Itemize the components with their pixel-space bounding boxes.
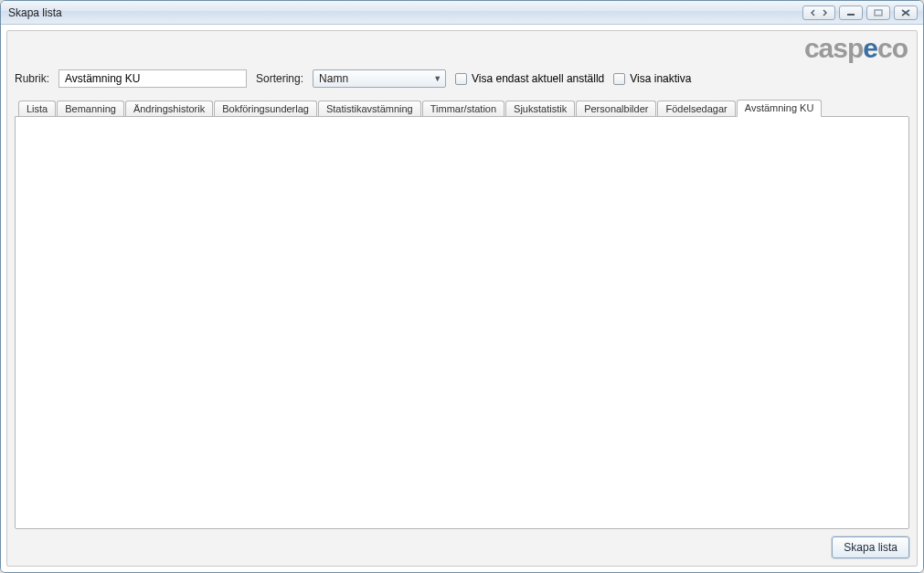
checkbox-icon [613, 73, 625, 85]
tab-statistikavst-mning[interactable]: Statistikavstämning [318, 101, 421, 117]
svg-rect-1 [875, 10, 882, 16]
chevron-down-icon: ▼ [433, 74, 441, 83]
tab-avst-mning-ku[interactable]: Avstämning KU [737, 100, 823, 117]
checkbox-visa-aktuell-label: Visa endast aktuell anställd [472, 72, 604, 85]
sortering-label: Sortering: [256, 72, 303, 85]
checkbox-visa-aktuell[interactable]: Visa endast aktuell anställd [455, 72, 604, 85]
sortering-selected-text: Namn [319, 72, 348, 85]
tab-timmar-station[interactable]: Timmar/station [422, 101, 504, 117]
create-list-button[interactable]: Skapa lista [832, 536, 909, 558]
controls-row: Rubrik: Sortering: Namn ▼ Visa endast ak… [15, 69, 909, 88]
window-frame: Skapa lista [0, 0, 924, 573]
close-button[interactable] [894, 5, 918, 20]
sortering-dropdown[interactable]: Namn ▼ [313, 69, 446, 88]
tab-content [15, 116, 909, 529]
logo-row: caspeco [15, 35, 909, 62]
svg-rect-0 [847, 14, 855, 16]
rubrik-input[interactable] [58, 69, 247, 88]
window-title: Skapa lista [8, 6, 802, 19]
tab-f-delsedagar[interactable]: Födelsedagar [657, 101, 735, 117]
close-icon [901, 9, 910, 16]
minimize-button[interactable] [839, 5, 863, 20]
maximize-button[interactable] [866, 5, 890, 20]
tab-strip: ListaBemanningÄndringshistorikBokförings… [15, 99, 909, 116]
tab-bokf-ringsunderlag[interactable]: Bokföringsunderlag [214, 101, 317, 117]
footer-row: Skapa lista [15, 529, 909, 558]
tab-sjukstatistik[interactable]: Sjukstatistik [505, 101, 575, 117]
tab--ndringshistorik[interactable]: Ändringshistorik [125, 101, 213, 117]
titlebar: Skapa lista [1, 1, 923, 25]
titlebar-buttons [802, 5, 918, 20]
double-arrow-icon [811, 9, 827, 16]
checkbox-visa-inaktiva-label: Visa inaktiva [630, 72, 691, 85]
inner-panel: caspeco Rubrik: Sortering: Namn ▼ Visa e… [6, 30, 918, 567]
checkbox-icon [455, 73, 467, 85]
client-area: caspeco Rubrik: Sortering: Namn ▼ Visa e… [1, 25, 923, 572]
tab-personalbilder[interactable]: Personalbilder [576, 101, 656, 117]
checkbox-visa-inaktiva[interactable]: Visa inaktiva [613, 72, 691, 85]
maximize-icon [874, 9, 883, 16]
tab-bemanning[interactable]: Bemanning [57, 101, 124, 117]
titlebar-extra-button[interactable] [802, 5, 835, 20]
rubrik-label: Rubrik: [15, 72, 49, 85]
minimize-icon [846, 9, 855, 16]
brand-logo: caspeco [804, 35, 908, 62]
tab-lista[interactable]: Lista [18, 101, 56, 117]
